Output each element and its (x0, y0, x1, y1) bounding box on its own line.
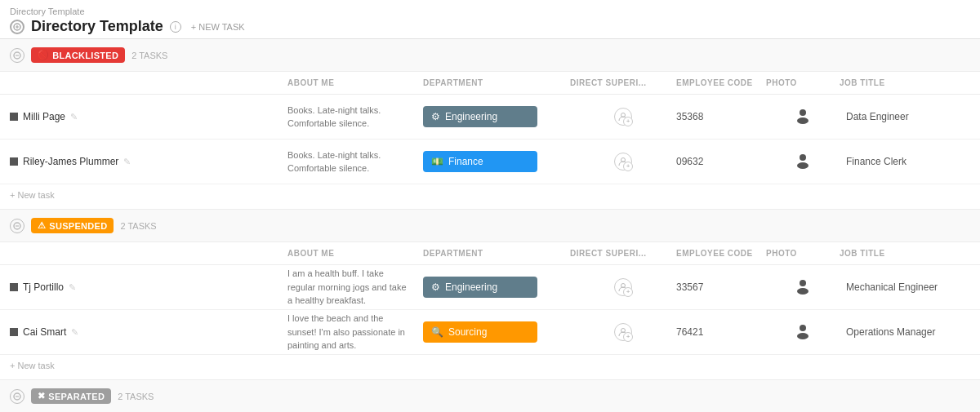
collapse-icon-blacklisted[interactable] (10, 48, 24, 63)
col-header-blacklisted-5: PHOTO (766, 75, 840, 91)
status-badge-separated: ✖ SEPARATED (31, 388, 111, 404)
app-header: Directory Template Directory Template i … (0, 0, 980, 39)
new-task-row-blacklisted: + New task (0, 184, 980, 210)
dept-label-blacklisted-0: Engineering (445, 111, 497, 122)
supervisor-cell-suspended-0[interactable] (570, 278, 676, 296)
dept-label-suspended-1: Sourcing (448, 326, 487, 338)
svg-point-4 (797, 117, 808, 124)
task-count-separated: 2 TASKS (118, 392, 154, 401)
row-name-blacklisted-0: Milli Page (23, 111, 65, 122)
col-header-suspended-0 (10, 246, 287, 261)
badge-emoji-separated: ✖ (38, 391, 45, 401)
svg-point-6 (800, 154, 806, 161)
table-row: Milli Page ✎ Books. Late-night talks. Co… (0, 95, 980, 140)
svg-point-13 (800, 325, 806, 331)
dept-cell-blacklisted-0: ⚙ Engineering (423, 103, 570, 131)
photo-cell-blacklisted-1 (766, 151, 840, 173)
col-headers-blacklisted: ABOUT MEDEPARTMENTDIRECT SUPERI...EMPLOY… (0, 72, 980, 95)
edit-icon-blacklisted-1[interactable]: ✎ (123, 157, 131, 167)
supervisor-cell-blacklisted-1[interactable] (570, 153, 676, 171)
badge-emoji-blacklisted: 🚫 (38, 50, 49, 60)
avatar-suspended-0 (794, 277, 812, 299)
collapse-title-icon[interactable] (10, 20, 24, 34)
supervisor-icon-suspended-0[interactable] (614, 278, 632, 296)
page-title-row: Directory Template i + NEW TASK (10, 18, 970, 35)
table-row: Tj Portillo ✎ I am a health buff. I take… (0, 265, 980, 310)
dept-label-suspended-0: Engineering (445, 281, 497, 293)
col-header-suspended-1: ABOUT ME (287, 246, 423, 261)
col-header-blacklisted-4: EMPLOYEE CODE (676, 75, 766, 91)
info-icon[interactable]: i (170, 21, 181, 33)
section-suspended: ⚠ SUSPENDED 2 TASKS ABOUT MEDEPARTMENTDI… (0, 210, 980, 380)
badge-emoji-suspended: ⚠ (38, 220, 46, 231)
emp-code-cell-suspended-1: 76421 (676, 326, 766, 338)
dept-cell-blacklisted-1: 💵 Finance (423, 148, 570, 175)
about-cell-suspended-1: I love the beach and the sunset! I'm als… (287, 312, 423, 352)
edit-icon-blacklisted-0[interactable]: ✎ (70, 112, 78, 122)
dept-cell-suspended-0: ⚙ Engineering (423, 273, 570, 301)
supervisor-icon-blacklisted-0[interactable] (614, 108, 632, 126)
col-header-suspended-2: DEPARTMENT (423, 246, 570, 261)
supervisor-cell-blacklisted-0[interactable] (570, 108, 676, 126)
col-header-blacklisted-3: DIRECT SUPERI... (570, 75, 676, 91)
new-task-button[interactable]: + NEW TASK (191, 22, 245, 32)
dept-badge-blacklisted-0[interactable]: ⚙ Engineering (423, 106, 537, 127)
page-title: Directory Template (31, 18, 163, 35)
dept-badge-suspended-0[interactable]: ⚙ Engineering (423, 277, 537, 298)
name-cell-suspended-1: Cai Smart ✎ (10, 318, 287, 346)
col-header-blacklisted-2: DEPARTMENT (423, 75, 570, 91)
collapse-icon-separated[interactable] (10, 389, 24, 404)
row-name-suspended-0: Tj Portillo (23, 281, 64, 293)
dept-badge-suspended-1[interactable]: 🔍 Sourcing (423, 321, 537, 343)
col-header-blacklisted-1: ABOUT ME (287, 75, 423, 91)
avatar-blacklisted-0 (794, 106, 812, 128)
dept-emoji-suspended-1: 🔍 (431, 326, 443, 338)
section-header-suspended: ⚠ SUSPENDED 2 TASKS (0, 210, 980, 242)
badge-label-separated: SEPARATED (48, 392, 105, 401)
supervisor-icon-blacklisted-1[interactable] (614, 153, 632, 171)
supervisor-icon-suspended-1[interactable] (614, 323, 632, 341)
col-header-blacklisted-0 (10, 75, 287, 91)
supervisor-cell-suspended-1[interactable] (570, 323, 676, 341)
photo-cell-blacklisted-0 (766, 106, 840, 128)
edit-icon-suspended-1[interactable]: ✎ (71, 327, 78, 338)
new-task-row-suspended: + New task (0, 355, 980, 380)
dept-emoji-blacklisted-1: 💵 (431, 156, 443, 167)
status-badge-suspended: ⚠ SUSPENDED (31, 218, 114, 233)
svg-point-11 (797, 288, 808, 295)
avatar-suspended-1 (794, 321, 812, 343)
photo-cell-suspended-1 (766, 321, 840, 343)
col-header-suspended-3: DIRECT SUPERI... (570, 246, 676, 261)
col-header-suspended-4: EMPLOYEE CODE (676, 246, 766, 261)
job-title-cell-blacklisted-1: Finance Clerk (840, 156, 970, 167)
main-content: 🚫 BLACKLISTED 2 TASKS ABOUT MEDEPARTMENT… (0, 39, 980, 412)
table-row: Cai Smart ✎ I love the beach and the sun… (0, 310, 980, 355)
row-name-suspended-1: Cai Smart (23, 326, 66, 338)
section-header-separated: ✖ SEPARATED 2 TASKS (0, 380, 980, 412)
new-task-link-blacklisted[interactable]: + New task (10, 190, 55, 200)
breadcrumb: Directory Template (10, 7, 970, 16)
row-checkbox-suspended-1[interactable] (10, 328, 18, 336)
name-cell-blacklisted-0: Milli Page ✎ (10, 103, 287, 131)
photo-cell-suspended-0 (766, 277, 840, 299)
edit-icon-suspended-0[interactable]: ✎ (69, 282, 76, 293)
svg-point-14 (797, 333, 808, 339)
about-cell-blacklisted-1: Books. Late-night talks. Comfortable sil… (287, 148, 423, 175)
collapse-icon-suspended[interactable] (10, 219, 24, 233)
new-task-link-suspended[interactable]: + New task (10, 361, 55, 370)
task-count-blacklisted: 2 TASKS (131, 51, 167, 60)
dept-badge-blacklisted-1[interactable]: 💵 Finance (423, 151, 537, 172)
col-header-suspended-5: PHOTO (766, 246, 840, 261)
row-name-blacklisted-1: Riley-James Plummer (23, 156, 118, 167)
table-row: Riley-James Plummer ✎ Books. Late-night … (0, 140, 980, 184)
badge-label-blacklisted: BLACKLISTED (52, 51, 118, 60)
job-title-cell-suspended-0: Mechanical Engineer (840, 281, 970, 293)
section-header-blacklisted: 🚫 BLACKLISTED 2 TASKS (0, 39, 980, 72)
row-checkbox-suspended-0[interactable] (10, 283, 18, 291)
col-header-suspended-6: JOB TITLE (840, 246, 970, 261)
svg-point-10 (800, 280, 806, 286)
row-checkbox-blacklisted-1[interactable] (10, 157, 18, 166)
job-title-cell-suspended-1: Operations Manager (840, 326, 970, 338)
row-checkbox-blacklisted-0[interactable] (10, 113, 18, 121)
job-title-cell-blacklisted-0: Data Engineer (840, 111, 970, 122)
